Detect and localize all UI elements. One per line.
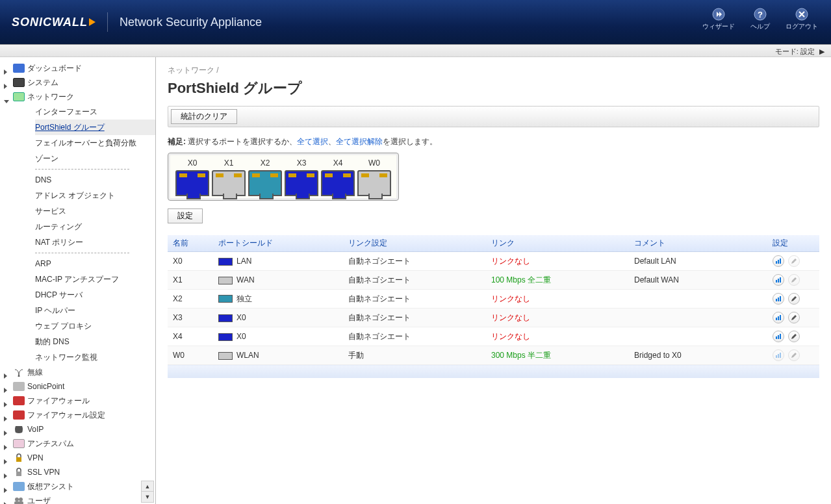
select-all-link[interactable]: 全て選択 <box>297 137 328 146</box>
sidebar-item-services[interactable]: サービス <box>35 203 155 219</box>
sidebar-item-portshield[interactable]: PortShield グループ <box>35 120 155 135</box>
sidebar-item-zones[interactable]: ゾーン <box>35 151 155 166</box>
sidebar-item-voip[interactable]: VoIP <box>0 422 155 436</box>
stats-icon[interactable] <box>773 274 784 286</box>
help-button[interactable]: ? ヘルプ <box>750 8 770 31</box>
caret-down-icon <box>4 94 10 100</box>
edit-icon[interactable] <box>788 293 800 305</box>
sidebar-item-dashboard[interactable]: ダッシュボード <box>0 61 155 75</box>
cell-portshield: X0 <box>213 309 343 327</box>
sidebar-item-iphelper[interactable]: IP ヘルパー <box>35 303 155 318</box>
cell-link: リンクなし <box>486 252 629 271</box>
caret-right-icon <box>4 397 10 404</box>
sidebar-network-sub: インターフェース PortShield グループ フェイルオーバーと負荷分散 ゾ… <box>0 104 155 365</box>
cell-comment <box>629 290 767 309</box>
ports-diagram: X0X1X2X3X4W0 <box>168 153 399 201</box>
cell-name: X3 <box>168 309 213 327</box>
col-link[interactable]: リンク <box>486 235 629 252</box>
port-x4[interactable]: X4 <box>320 158 355 196</box>
sidebar-item-network[interactable]: ネットワーク <box>0 90 155 104</box>
sidebar-item-routing[interactable]: ルーティング <box>35 219 155 234</box>
cell-linkcfg: 自動ネゴシエート <box>343 290 486 309</box>
cell-linkcfg: 自動ネゴシエート <box>343 309 486 327</box>
wizard-button[interactable]: ウィザード <box>702 8 735 31</box>
sidebar-item-webproxy[interactable]: ウェブ プロキシ <box>35 318 155 334</box>
port-w0[interactable]: W0 <box>357 158 392 196</box>
close-icon <box>795 8 808 21</box>
rj45-icon <box>357 170 391 196</box>
header-actions: ウィザード ? ヘルプ ログアウト <box>702 8 818 31</box>
cell-name: W0 <box>168 346 213 365</box>
stats-icon[interactable] <box>773 312 784 323</box>
sidebar-item-monitor[interactable]: ネットワーク監視 <box>35 349 155 365</box>
table-footer <box>168 365 819 378</box>
sidebar-scroll-btns: ▲ ▼ <box>141 481 154 503</box>
caret-right-icon <box>4 455 10 461</box>
sidebar-item-dns[interactable]: DNS <box>35 172 155 188</box>
sidebar-item-wireless[interactable]: 無線 <box>0 365 155 379</box>
logo: SONICWALL <box>12 16 96 29</box>
sidebar: ダッシュボード システム ネットワーク インターフェース PortShield … <box>0 57 156 504</box>
table-row: X2独立自動ネゴシエートリンクなし <box>168 290 819 309</box>
sidebar-item-arp[interactable]: ARP <box>35 256 155 271</box>
sidebar-item-interfaces[interactable]: インターフェース <box>35 104 155 120</box>
color-swatch <box>218 277 233 284</box>
settings-button[interactable]: 設定 <box>168 208 203 223</box>
sidebar-item-macip[interactable]: MAC-IP アンチスプーフ <box>35 271 155 287</box>
sidebar-separator <box>35 169 129 170</box>
sidebar-item-ddns[interactable]: 動的 DNS <box>35 334 155 349</box>
svg-rect-17 <box>778 297 779 301</box>
sidebar-item-antispam[interactable]: アンチスパム <box>0 436 155 451</box>
svg-rect-6 <box>16 472 21 476</box>
cell-portshield: LAN <box>213 252 343 271</box>
col-portshield[interactable]: ポートシールド <box>213 235 343 252</box>
stats-icon[interactable] <box>773 293 784 305</box>
logo-arrow-icon <box>89 18 96 26</box>
sidebar-item-dhcp[interactable]: DHCP サーバ <box>35 287 155 303</box>
deselect-all-link[interactable]: 全て選択解除 <box>336 137 383 146</box>
cell-linkcfg: 手動 <box>343 346 486 365</box>
sidebar-item-firewall[interactable]: ファイアウォール <box>0 394 155 408</box>
port-x0[interactable]: X0 <box>175 158 210 196</box>
stats-icon[interactable] <box>773 331 784 342</box>
sidebar-scroll-up[interactable]: ▲ <box>142 481 153 492</box>
content: ネットワーク / PortShield グループ 統計のクリア 補足: 選択する… <box>156 57 831 504</box>
port-x3[interactable]: X3 <box>284 158 319 196</box>
caret-right-icon <box>4 469 10 475</box>
logout-button[interactable]: ログアウト <box>786 8 818 31</box>
col-settings[interactable]: 設定 <box>767 235 819 252</box>
sidebar-item-system[interactable]: システム <box>0 75 155 90</box>
table-row: X3X0自動ネゴシエートリンクなし <box>168 309 819 327</box>
sidebar-item-user[interactable]: ユーザ <box>0 494 155 504</box>
svg-text:?: ? <box>758 10 763 19</box>
sidebar-item-failover[interactable]: フェイルオーバーと負荷分散 <box>35 135 155 151</box>
sidebar-item-nat[interactable]: NAT ポリシー <box>35 234 155 250</box>
edit-icon[interactable] <box>788 312 800 323</box>
table-row: X0LAN自動ネゴシエートリンクなしDefault LAN <box>168 252 819 271</box>
sidebar-item-addr[interactable]: アドレス オブジェクト <box>35 188 155 203</box>
col-linkcfg[interactable]: リンク設定 <box>343 235 486 252</box>
sidebar-item-vassist[interactable]: 仮想アシスト <box>0 479 155 494</box>
sidebar-item-fwsettings[interactable]: ファイアウォール設定 <box>0 408 155 422</box>
port-x2[interactable]: X2 <box>248 158 283 196</box>
col-comment[interactable]: コメント <box>629 235 767 252</box>
caret-right-icon <box>4 65 10 71</box>
cell-settings <box>767 252 819 271</box>
sidebar-item-sonicpoint[interactable]: SonicPoint <box>0 379 155 394</box>
fwsettings-icon <box>13 410 25 420</box>
color-swatch <box>218 333 233 341</box>
port-x1[interactable]: X1 <box>211 158 246 196</box>
clear-stats-button[interactable]: 統計のクリア <box>171 109 237 124</box>
cell-comment: Default LAN <box>629 252 767 271</box>
edit-icon[interactable] <box>788 331 800 342</box>
svg-rect-18 <box>780 296 781 301</box>
sidebar-scroll-down[interactable]: ▼ <box>142 492 153 502</box>
sidebar-item-vpn[interactable]: VPN <box>0 451 155 465</box>
col-name[interactable]: 名前 <box>168 235 213 252</box>
mode-bar[interactable]: モード: 設定 ▶ <box>0 44 831 57</box>
sidebar-item-sslvpn[interactable]: SSL VPN <box>0 465 155 479</box>
cell-portshield: WAN <box>213 271 343 290</box>
edit-icon <box>788 274 800 286</box>
svg-rect-19 <box>776 318 777 320</box>
stats-icon[interactable] <box>773 255 784 267</box>
